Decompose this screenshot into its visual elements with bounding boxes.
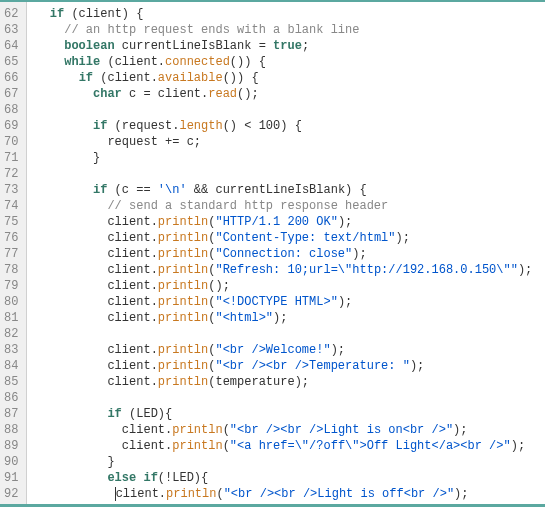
- line-number: 92: [4, 486, 18, 502]
- line-number: 67: [4, 86, 18, 102]
- line-number: 74: [4, 198, 18, 214]
- line-number: 68: [4, 102, 18, 118]
- code-line[interactable]: client.println("<br /><br />Light is on<…: [35, 422, 545, 438]
- code-line[interactable]: boolean currentLineIsBlank = true;: [35, 38, 545, 54]
- line-number: 64: [4, 38, 18, 54]
- line-number: 79: [4, 278, 18, 294]
- code-line[interactable]: // send a standard http response header: [35, 198, 545, 214]
- code-line[interactable]: client.println(temperature);: [35, 374, 545, 390]
- code-line[interactable]: client.println("<!DOCTYPE HTML>");: [35, 294, 545, 310]
- line-number: 82: [4, 326, 18, 342]
- code-line[interactable]: // an http request ends with a blank lin…: [35, 22, 545, 38]
- code-line[interactable]: if (client.available()) {: [35, 70, 545, 86]
- code-line[interactable]: client.println("<html>");: [35, 310, 545, 326]
- line-number-gutter: 6263646566676869707172737475767778798081…: [0, 2, 27, 504]
- line-number: 83: [4, 342, 18, 358]
- line-number: 65: [4, 54, 18, 70]
- code-line[interactable]: client.println("<br /><br />Light is off…: [35, 486, 545, 502]
- line-number: 63: [4, 22, 18, 38]
- line-number: 62: [4, 6, 18, 22]
- code-area[interactable]: if (client) { // an http request ends wi…: [27, 2, 545, 504]
- line-number: 87: [4, 406, 18, 422]
- code-line[interactable]: client.println("Connection: close");: [35, 246, 545, 262]
- code-line[interactable]: while (client.connected()) {: [35, 54, 545, 70]
- code-line[interactable]: if (request.length() < 100) {: [35, 118, 545, 134]
- line-number: 91: [4, 470, 18, 486]
- line-number: 81: [4, 310, 18, 326]
- code-line[interactable]: [35, 102, 545, 118]
- line-number: 75: [4, 214, 18, 230]
- code-line[interactable]: client.println("<br /><br />Temperature:…: [35, 358, 545, 374]
- line-number: 86: [4, 390, 18, 406]
- code-line[interactable]: client.println("Refresh: 10;url=\"http:/…: [35, 262, 545, 278]
- line-number: 89: [4, 438, 18, 454]
- line-number: 71: [4, 150, 18, 166]
- code-line[interactable]: client.println("Content-Type: text/html"…: [35, 230, 545, 246]
- line-number: 70: [4, 134, 18, 150]
- line-number: 78: [4, 262, 18, 278]
- line-number: 66: [4, 70, 18, 86]
- code-line[interactable]: }: [35, 150, 545, 166]
- line-number: 77: [4, 246, 18, 262]
- code-line[interactable]: if (c == '\n' && currentLineIsBlank) {: [35, 182, 545, 198]
- code-line[interactable]: }: [35, 454, 545, 470]
- code-line[interactable]: client.println("<a href=\"/?off\">Off Li…: [35, 438, 545, 454]
- code-line[interactable]: else if(!LED){: [35, 470, 545, 486]
- code-line[interactable]: [35, 166, 545, 182]
- line-number: 76: [4, 230, 18, 246]
- line-number: 88: [4, 422, 18, 438]
- code-line[interactable]: [35, 326, 545, 342]
- line-number: 80: [4, 294, 18, 310]
- line-number: 69: [4, 118, 18, 134]
- code-line[interactable]: if (LED){: [35, 406, 545, 422]
- line-number: 72: [4, 166, 18, 182]
- line-number: 90: [4, 454, 18, 470]
- line-number: 84: [4, 358, 18, 374]
- text-cursor: [115, 487, 116, 501]
- code-line[interactable]: client.println("<br />Welcome!");: [35, 342, 545, 358]
- line-number: 85: [4, 374, 18, 390]
- code-line[interactable]: if (client) {: [35, 6, 545, 22]
- code-line[interactable]: client.println("HTTP/1.1 200 OK");: [35, 214, 545, 230]
- code-line[interactable]: char c = client.read();: [35, 86, 545, 102]
- code-line[interactable]: client.println();: [35, 278, 545, 294]
- line-number: 73: [4, 182, 18, 198]
- code-line[interactable]: request += c;: [35, 134, 545, 150]
- code-line[interactable]: [35, 390, 545, 406]
